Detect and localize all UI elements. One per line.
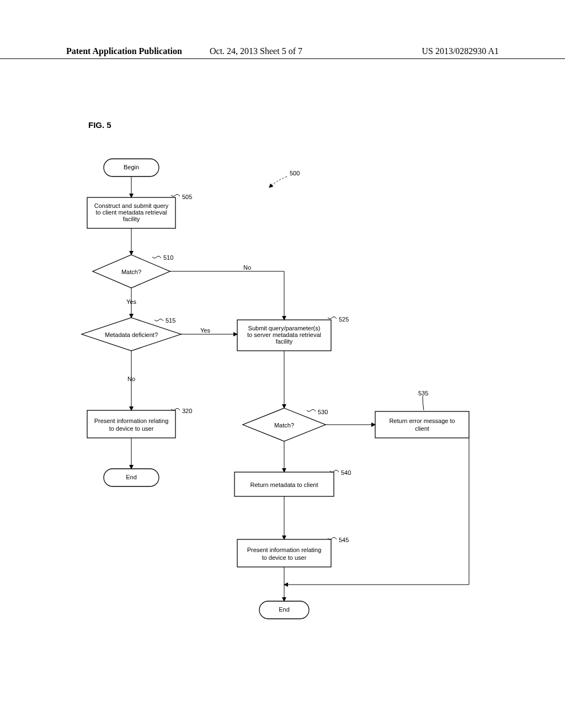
- n545-line2: to device to user: [262, 554, 307, 561]
- edge-510-no: No: [243, 264, 251, 271]
- n515-label: Metadata deficient?: [105, 331, 158, 338]
- n515-ref: 515: [166, 317, 175, 324]
- ref-arrow-icon: [269, 176, 287, 188]
- flowchart: 500 Begin Construct and submit query to …: [0, 0, 565, 728]
- ref-squiggle-545: [328, 537, 337, 539]
- n535-ref: 535: [418, 390, 428, 397]
- ref-squiggle-540: [330, 470, 339, 472]
- edge-510-yes: Yes: [126, 298, 136, 305]
- end1-label: End: [126, 474, 137, 480]
- ref-squiggle-530: [307, 409, 316, 411]
- n540-label: Return metadata to client: [250, 481, 318, 488]
- edge-535-end2: [284, 438, 469, 585]
- n505-line1: Construct and submit query: [94, 202, 169, 209]
- n320-ref: 320: [182, 408, 192, 414]
- edge-515-no: No: [127, 376, 135, 382]
- n530-ref: 530: [318, 409, 328, 415]
- n320-line1: Present information relating: [94, 417, 169, 424]
- n505-ref: 505: [182, 194, 192, 200]
- n505-line2: to client metadata retrieval: [95, 209, 167, 216]
- n545-ref: 545: [339, 537, 349, 543]
- n530-label: Match?: [274, 422, 294, 429]
- diagram-ref: 500: [290, 170, 300, 176]
- n320-line2: to device to user: [109, 425, 154, 432]
- edge-510-no-525: [170, 271, 284, 320]
- n525-line2: to server metadata retrieval: [247, 331, 321, 338]
- n525-line3: facility: [276, 338, 293, 345]
- n510-label: Match?: [121, 269, 141, 275]
- ref-squiggle-510: [152, 256, 161, 258]
- n545-line1: Present information relating: [247, 547, 322, 553]
- n545-box: [237, 539, 331, 567]
- ref-squiggle-505: [171, 194, 180, 196]
- n540-ref: 540: [341, 469, 351, 476]
- n320-box: [87, 410, 175, 438]
- ref-squiggle-515: [154, 319, 163, 321]
- n510-ref: 510: [163, 254, 173, 261]
- ref-squiggle-525: [328, 317, 337, 319]
- n525-ref: 525: [339, 316, 349, 323]
- ref-hook-535: [423, 396, 424, 410]
- edge-515-yes: Yes: [200, 327, 210, 334]
- n535-line2: client: [415, 425, 429, 432]
- n505-line3: facility: [123, 216, 140, 222]
- n525-line1: Submit query/parameter(s): [248, 325, 321, 331]
- end2-label: End: [279, 606, 290, 613]
- begin-label: Begin: [124, 164, 139, 170]
- n535-line1: Return error message to: [389, 417, 455, 424]
